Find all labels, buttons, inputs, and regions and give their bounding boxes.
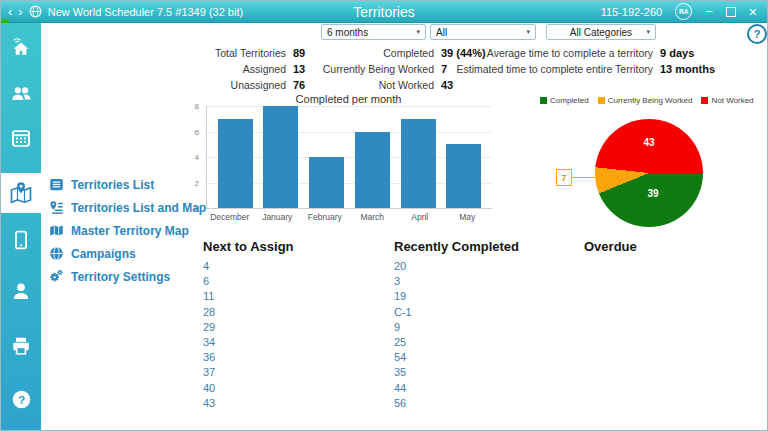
recently-completed-list: Recently Completed 20319C-192554354456 [394, 239, 544, 411]
sidebar-item-territories-active[interactable] [1, 173, 41, 213]
status-pie-chart: Completed Currently Being Worked Not Wor… [536, 93, 768, 253]
territory-list-item[interactable]: 54 [394, 350, 544, 365]
territory-list-item[interactable]: 20 [394, 259, 544, 274]
main-content: 6 months ▾ All ▾ All Categories ▾ ? Tota… [41, 23, 767, 430]
territory-list-item[interactable]: 56 [394, 396, 544, 411]
period-dropdown[interactable]: 6 months ▾ [321, 24, 426, 40]
sidebar-item-help[interactable]: ? [1, 389, 41, 410]
territory-list-item[interactable]: 34 [203, 335, 353, 350]
territory-list-item[interactable]: 40 [203, 381, 353, 396]
menu-item-territories-list[interactable]: Territories List [49, 173, 206, 196]
minimize-button[interactable]: − [705, 3, 713, 21]
forward-button[interactable]: › [18, 2, 22, 22]
app-title: New World Scheduler 7.5 #1349 (32 bit) [48, 6, 243, 18]
titlebar-left: ‹ › New World Scheduler 7.5 #1349 (32 bi… [1, 2, 243, 22]
sidebar-item-print[interactable] [1, 335, 41, 357]
territory-list-item[interactable]: 25 [394, 335, 544, 350]
menu-item-territory-settings[interactable]: Territory Settings [49, 265, 206, 288]
stat-row: Not Worked 43 [274, 77, 486, 93]
stat-row: Estimated time to complete entire Territ… [441, 61, 715, 77]
sidebar-item-schedule[interactable] [1, 127, 41, 149]
territory-list-item[interactable]: 35 [394, 365, 544, 380]
list-title: Recently Completed [394, 239, 544, 254]
legend-swatch [598, 97, 605, 104]
mobile-device-icon [10, 229, 32, 251]
legend-label: Completed [550, 96, 589, 105]
titlebar-right: 115-192-260 RA − × [601, 3, 767, 21]
bar-december [218, 119, 253, 208]
stat-label: Total Territories [101, 47, 286, 59]
user-avatar-badge[interactable]: RA [675, 3, 692, 20]
stat-value: 13 months [660, 63, 715, 75]
stat-label: Unassigned [101, 79, 286, 91]
list-items: 461128293436374043 [203, 259, 353, 411]
territory-list-item[interactable]: 6 [203, 274, 353, 289]
pie [595, 119, 703, 227]
globe-icon [29, 5, 42, 18]
bar-plot-area [206, 106, 492, 209]
list-title: Overdue [584, 239, 734, 254]
territory-map-icon [1, 181, 41, 205]
calendar-icon [10, 127, 32, 149]
bar-january [263, 106, 298, 208]
list-items: 20319C-192554354456 [394, 259, 544, 411]
menu-item-territories-list-and-map[interactable]: Territories List and Map [49, 196, 206, 219]
bar-april [401, 119, 436, 208]
menu-item-label: Territories List and Map [71, 201, 206, 215]
pie-callout-line [571, 177, 595, 178]
territory-list-item[interactable]: 29 [203, 320, 353, 335]
menu-item-label: Campaigns [71, 247, 136, 261]
territory-filter-dropdown[interactable]: All ▾ [430, 24, 536, 40]
territory-list-item[interactable]: 19 [394, 289, 544, 304]
bar-x-tick: May [444, 212, 492, 222]
territory-list-item[interactable]: 9 [394, 320, 544, 335]
pie-label-completed: 39 [647, 188, 658, 199]
menu-item-master-territory-map[interactable]: Master Territory Map [49, 219, 206, 242]
sidebar-item-devices[interactable] [1, 229, 41, 251]
category-filter-dropdown[interactable]: All Categories ▾ [546, 24, 656, 40]
territory-list-item[interactable]: 4 [203, 259, 353, 274]
territory-list-item[interactable]: 3 [394, 274, 544, 289]
sidebar-item-home[interactable] [1, 36, 41, 58]
bar-chart-title: Completed per month [206, 93, 491, 105]
globe-icon [49, 246, 64, 261]
territory-list-item[interactable]: 28 [203, 305, 353, 320]
stat-value: 9 days [660, 47, 694, 59]
overdue-list: Overdue [584, 239, 734, 259]
person-icon [10, 280, 32, 302]
chevron-down-icon: ▾ [646, 28, 650, 36]
menu-item-label: Master Territory Map [71, 224, 189, 238]
menu-item-campaigns[interactable]: Campaigns [49, 242, 206, 265]
legend-item: Currently Being Worked [598, 96, 693, 105]
title-bar: ‹ › New World Scheduler 7.5 #1349 (32 bi… [1, 1, 767, 23]
territory-list-item[interactable]: 43 [203, 396, 353, 411]
territory-list-item[interactable]: 37 [203, 365, 353, 380]
list-title: Next to Assign [203, 239, 353, 254]
completed-per-month-chart: Completed per month 02468 DecemberJanuar… [181, 93, 501, 228]
territory-list-item[interactable]: 44 [394, 381, 544, 396]
territory-list-item[interactable]: 36 [203, 350, 353, 365]
bar-x-tick: December [206, 212, 254, 222]
bar-x-tick: April [396, 212, 444, 222]
help-button[interactable]: ? [747, 24, 767, 44]
back-button[interactable]: ‹ [8, 2, 12, 22]
stat-label: Average time to complete a territory [441, 47, 653, 59]
stat-label: Currently Being Worked [274, 63, 434, 75]
list-icon [49, 177, 64, 192]
stat-label: Assigned [101, 63, 286, 75]
next-to-assign-list: Next to Assign 461128293436374043 [203, 239, 353, 411]
territory-list-item[interactable]: C-1 [394, 305, 544, 320]
map-icon [49, 223, 64, 238]
sidebar-item-publishers[interactable] [1, 82, 41, 104]
sidebar-item-profile[interactable] [1, 280, 41, 302]
menu-item-label: Territories List [71, 178, 154, 192]
question-icon: ? [11, 389, 32, 410]
svg-text:?: ? [17, 393, 24, 407]
territory-list-item[interactable]: 11 [203, 289, 353, 304]
people-icon [10, 82, 32, 104]
close-button[interactable]: × [749, 3, 757, 21]
legend-swatch [701, 97, 708, 104]
maximize-button[interactable] [726, 7, 736, 17]
legend-item: Not Worked [701, 96, 753, 105]
bar-x-tick: January [254, 212, 302, 222]
